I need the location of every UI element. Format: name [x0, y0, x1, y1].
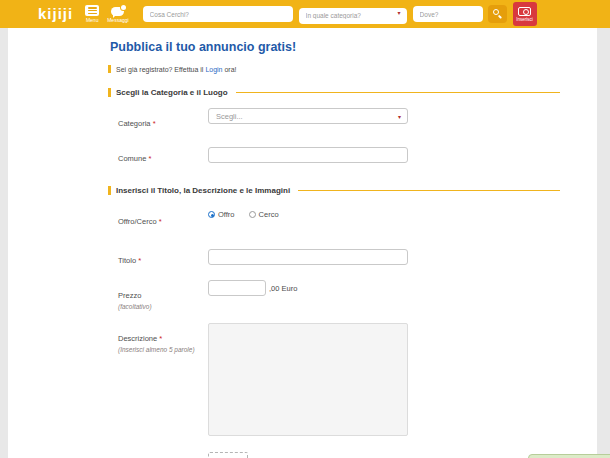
section-title-text: Inserisci il Titolo, la Descrizione e le…	[116, 186, 290, 195]
price-input[interactable]	[208, 280, 266, 296]
messages-button[interactable]: Messaggi	[107, 5, 128, 23]
login-prompt-before: Sei già registrato? Effettua il	[116, 66, 205, 73]
comune-label: Comune *	[118, 154, 151, 163]
category-label-text: Categoria	[118, 119, 151, 128]
login-prompt-after: ora!	[223, 66, 237, 73]
offer-type-label: Offro/Cerco *	[118, 217, 162, 226]
accent-bar	[108, 88, 111, 97]
price-suffix: ,00 Euro	[269, 284, 297, 293]
category-dropdown[interactable]: Scegli... ▾	[208, 108, 408, 124]
post-ad-button[interactable]: Inserisci	[513, 2, 537, 26]
login-prompt: Sei già registrato? Effettua il Login or…	[116, 66, 237, 73]
section-title-text: Scegli la Categoria e il Luogo	[116, 88, 228, 97]
offer-type-radio-group: Offro Cerco	[208, 206, 293, 219]
messages-button-label: Messaggi	[107, 17, 128, 23]
login-link[interactable]: Login	[205, 66, 222, 73]
required-mark: *	[159, 334, 162, 343]
description-note: (Inserisci almeno 5 parole)	[118, 346, 202, 353]
radio-cerco[interactable]	[249, 211, 256, 218]
images-row: Immagini (facoltativo) Max 8 foto, max 4…	[108, 452, 560, 458]
title-label: Titolo *	[118, 256, 141, 265]
menu-button[interactable]: Menu	[85, 5, 99, 23]
top-navigation-bar: kijiji Menu Messaggi ▾ Inserisci	[0, 0, 610, 28]
search-input[interactable]	[143, 6, 293, 22]
category-select-wrap: ▾	[299, 4, 407, 24]
upload-image-button[interactable]: Carica una immagine +	[208, 452, 248, 458]
photo-tip-callout: Un annuncio con foto riceve più risposte…	[528, 454, 610, 458]
description-textarea[interactable]	[208, 323, 408, 436]
required-mark: *	[159, 217, 162, 226]
description-label: Descrizione *	[118, 334, 162, 343]
login-prompt-row: Sei già registrato? Effettua il Login or…	[108, 65, 560, 73]
category-dropdown-value: Scegli...	[216, 112, 243, 121]
search-button[interactable]	[488, 5, 507, 23]
price-optional-note: (facoltativo)	[118, 303, 202, 310]
search-icon	[493, 9, 499, 15]
category-row: Categoria * Scegli... ▾	[108, 108, 560, 130]
description-row: Descrizione * (Inserisci almeno 5 parole…	[108, 323, 560, 440]
radio-offro-label[interactable]: Offro	[218, 210, 235, 219]
camera-icon	[518, 7, 531, 16]
comune-row: Comune *	[108, 143, 560, 165]
comune-label-text: Comune	[118, 154, 146, 163]
chevron-down-icon: ▾	[398, 113, 401, 120]
offer-type-row: Offro/Cerco * Offro Cerco	[108, 206, 560, 228]
offer-type-label-text: Offro/Cerco	[118, 217, 157, 226]
post-ad-button-label: Inserisci	[516, 17, 533, 22]
main-content-panel: Pubblica il tuo annuncio gratis! Sei già…	[8, 28, 597, 458]
menu-button-label: Menu	[86, 17, 99, 23]
chat-bubble-icon	[111, 7, 124, 16]
category-select[interactable]	[299, 8, 407, 24]
location-input[interactable]	[413, 6, 483, 22]
radio-offro[interactable]	[208, 211, 215, 218]
title-label-text: Titolo	[118, 256, 136, 265]
section-category-location: Scegli la Categoria e il Luogo	[108, 88, 560, 97]
kijiji-logo[interactable]: kijiji	[38, 0, 73, 28]
section-divider	[236, 92, 560, 93]
required-mark: *	[153, 119, 156, 128]
kijiji-post-ad-page: { "ui": { "required_mark": "*", "dropdow…	[0, 0, 610, 458]
title-input[interactable]	[208, 249, 408, 265]
hamburger-icon	[85, 5, 99, 16]
section-divider	[298, 190, 560, 191]
accent-bar	[108, 186, 111, 195]
section-title-description-images: Inserisci il Titolo, la Descrizione e le…	[108, 186, 560, 195]
price-label: Prezzo	[118, 291, 141, 300]
category-label: Categoria *	[118, 119, 156, 128]
price-row: Prezzo (facoltativo) ,00 Euro	[108, 280, 560, 310]
accent-bar	[108, 65, 111, 73]
required-mark: *	[138, 256, 141, 265]
required-mark: *	[148, 154, 151, 163]
description-label-text: Descrizione	[118, 334, 157, 343]
title-row: Titolo *	[108, 245, 560, 267]
comune-input[interactable]	[208, 147, 408, 163]
radio-cerco-label[interactable]: Cerco	[259, 210, 279, 219]
page-title: Pubblica il tuo annuncio gratis!	[110, 40, 560, 54]
